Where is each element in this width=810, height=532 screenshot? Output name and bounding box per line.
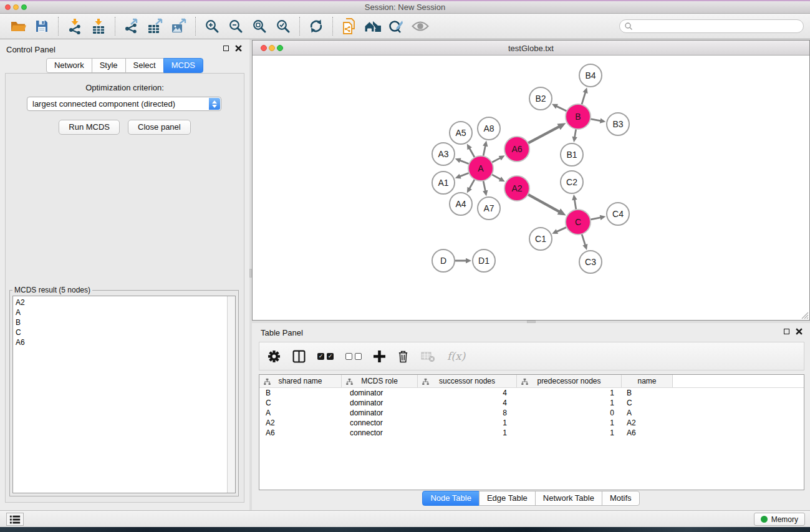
function-builder-button[interactable]: f(x) bbox=[447, 350, 465, 362]
show-all-networks-button[interactable] bbox=[361, 16, 385, 37]
export-network-button[interactable] bbox=[120, 16, 143, 37]
toolbar-search bbox=[619, 19, 804, 33]
column-header-shared-name[interactable]: shared name bbox=[259, 375, 342, 387]
table-row[interactable]: Adominator80A bbox=[259, 408, 804, 418]
table-row[interactable]: A6connector11A6 bbox=[259, 428, 804, 438]
graph-node-C2[interactable]: C2 bbox=[561, 171, 583, 193]
result-list-scrollbar[interactable] bbox=[227, 296, 235, 493]
graph-edge-A-A5 bbox=[470, 148, 475, 157]
graph-node-D[interactable]: D bbox=[432, 249, 455, 272]
graph-node-C3[interactable]: C3 bbox=[579, 251, 602, 273]
column-header-successor-nodes[interactable]: successor nodes bbox=[418, 375, 517, 387]
zoom-fit-button[interactable] bbox=[248, 16, 271, 37]
column-header-MCDS-role[interactable]: MCDS role bbox=[342, 375, 418, 387]
optimization-criterion-select[interactable]: largest connected component (directed) bbox=[27, 97, 221, 111]
mcds-result-item[interactable]: A6 bbox=[13, 337, 235, 347]
deselect-all-button[interactable] bbox=[345, 353, 362, 360]
float-panel-icon[interactable] bbox=[223, 46, 229, 51]
close-panel-icon[interactable] bbox=[235, 45, 242, 52]
add-column-button[interactable] bbox=[374, 351, 385, 362]
edge-arrowhead bbox=[582, 244, 587, 250]
delete-table-button[interactable] bbox=[421, 351, 435, 362]
tab-network-table[interactable]: Network Table bbox=[535, 491, 602, 506]
graph-node-B[interactable]: B bbox=[566, 104, 591, 129]
graph-node-A6[interactable]: A6 bbox=[504, 137, 529, 162]
graph-node-B2[interactable]: B2 bbox=[529, 87, 552, 110]
show-hide-panels-button[interactable] bbox=[408, 16, 432, 37]
table-cell: 0 bbox=[517, 408, 622, 418]
memory-status-button[interactable]: Memory bbox=[754, 513, 805, 526]
network-window-title: testGlobe.txt bbox=[253, 44, 809, 53]
graph-node-A[interactable]: A bbox=[468, 156, 493, 181]
delete-column-button[interactable] bbox=[397, 350, 409, 363]
graph-node-B3[interactable]: B3 bbox=[607, 113, 629, 135]
refresh-layout-button[interactable] bbox=[304, 16, 328, 37]
graph-node-A4[interactable]: A4 bbox=[450, 193, 472, 215]
save-session-button[interactable] bbox=[30, 16, 54, 37]
mcds-result-item[interactable]: A bbox=[13, 307, 235, 317]
tab-network[interactable]: Network bbox=[46, 58, 92, 73]
export-table-button[interactable] bbox=[143, 16, 167, 37]
tab-edge-table[interactable]: Edge Table bbox=[479, 491, 536, 506]
network-canvas[interactable]: B4B2BB3A8A5A6A3B1AA1C2A2A4A7C4CC1C3DD1 bbox=[253, 56, 809, 320]
graph-node-A2[interactable]: A2 bbox=[504, 176, 529, 201]
eye-icon bbox=[411, 20, 430, 32]
zoom-out-button[interactable] bbox=[224, 16, 248, 37]
column-header-name[interactable]: name bbox=[622, 375, 673, 387]
table-row[interactable]: Cdominator41C bbox=[259, 398, 804, 408]
mcds-result-list[interactable]: A2ABCA6 bbox=[12, 296, 236, 493]
open-file-button[interactable] bbox=[6, 16, 30, 37]
close-table-panel-icon[interactable] bbox=[796, 328, 803, 335]
graph-node-B4[interactable]: B4 bbox=[579, 64, 602, 87]
import-network-button[interactable] bbox=[63, 16, 87, 37]
apply-style-button[interactable] bbox=[385, 16, 408, 37]
graph-node-B1[interactable]: B1 bbox=[561, 143, 583, 166]
window-accent-strip bbox=[0, 0, 810, 1]
graph-node-A5[interactable]: A5 bbox=[450, 122, 472, 144]
resize-grip-icon[interactable] bbox=[799, 310, 809, 319]
zoom-in-button[interactable] bbox=[200, 16, 224, 37]
network-graph: B4B2BB3A8A5A6A3B1AA1C2A2A4A7C4CC1C3DD1 bbox=[253, 56, 809, 320]
tab-select[interactable]: Select bbox=[125, 58, 164, 73]
column-header-predecessor-nodes[interactable]: predecessor nodes bbox=[517, 375, 622, 387]
table-cell: A bbox=[622, 408, 673, 418]
graph-edge-C-C4 bbox=[591, 218, 600, 220]
table-cell: dominator bbox=[342, 408, 418, 418]
zoom-out-icon bbox=[228, 19, 243, 34]
table-cell: dominator bbox=[342, 388, 418, 398]
import-table-button[interactable] bbox=[87, 16, 110, 37]
run-mcds-button[interactable]: Run MCDS bbox=[59, 120, 120, 135]
tab-motifs[interactable]: Motifs bbox=[602, 491, 640, 506]
table-cell: A2 bbox=[259, 418, 342, 428]
graph-node-A3[interactable]: A3 bbox=[432, 143, 455, 165]
mcds-result-item[interactable]: B bbox=[13, 317, 235, 327]
graph-node-D1[interactable]: D1 bbox=[473, 249, 495, 272]
column-layout-button[interactable] bbox=[292, 350, 306, 363]
network-window-titlebar[interactable]: testGlobe.txt bbox=[253, 41, 809, 56]
close-panel-button[interactable]: Close panel bbox=[128, 120, 191, 135]
table-row[interactable]: Bdominator41B bbox=[259, 388, 804, 398]
task-history-button[interactable] bbox=[6, 513, 24, 526]
tab-node-table[interactable]: Node Table bbox=[422, 491, 480, 506]
select-all-button[interactable]: ✓✓ bbox=[317, 353, 334, 360]
zoom-selected-button[interactable] bbox=[271, 16, 295, 37]
graph-node-A8[interactable]: A8 bbox=[478, 117, 500, 140]
search-input[interactable] bbox=[633, 21, 803, 32]
toolbar-separator bbox=[299, 17, 300, 36]
table-row[interactable]: A2connector11A2 bbox=[259, 418, 804, 428]
tab-style[interactable]: Style bbox=[92, 58, 126, 73]
graph-node-A1[interactable]: A1 bbox=[432, 172, 455, 194]
tab-mcds[interactable]: MCDS bbox=[163, 58, 203, 73]
optimization-criterion-label: Optimization criterion: bbox=[6, 83, 244, 92]
float-table-panel-icon[interactable] bbox=[784, 329, 789, 334]
graph-node-C1[interactable]: C1 bbox=[529, 228, 552, 250]
mcds-result-item[interactable]: C bbox=[13, 327, 235, 337]
table-settings-button[interactable] bbox=[268, 350, 281, 363]
graph-node-C4[interactable]: C4 bbox=[607, 203, 629, 225]
mcds-result-item[interactable]: A2 bbox=[13, 296, 235, 307]
graph-node-A7[interactable]: A7 bbox=[478, 197, 500, 220]
export-image-button[interactable] bbox=[167, 16, 191, 37]
graph-edge-A6-B bbox=[529, 127, 559, 143]
graph-node-C[interactable]: C bbox=[566, 210, 591, 235]
duplicate-network-button[interactable] bbox=[337, 16, 361, 37]
